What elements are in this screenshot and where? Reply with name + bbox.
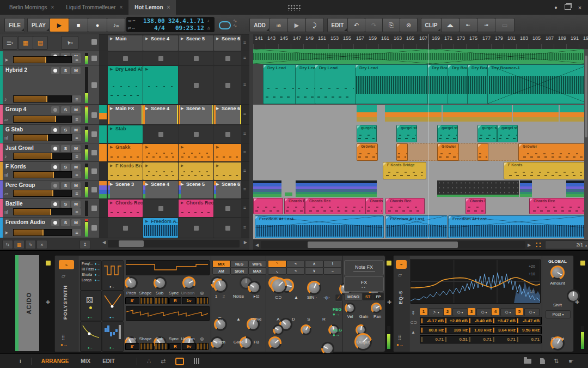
- clip-stop-button[interactable]: [91, 82, 97, 88]
- band-q-value[interactable]: 0.71: [468, 335, 494, 343]
- io-panel-icon[interactable]: ⇅: [554, 358, 559, 365]
- arranger-clip[interactable]: Chords Rec: [284, 198, 305, 214]
- track-row[interactable]: Freedom Audio S M ➤ ≡: [0, 217, 99, 238]
- curve-modulator-cell[interactable]: ●→: [80, 321, 102, 352]
- consolidate-icon[interactable]: ▭: [495, 18, 514, 32]
- row-menu-icon[interactable]: ≡: [241, 225, 248, 230]
- track-row[interactable]: Perc Group S M ▱ ≡: [0, 180, 99, 199]
- add-button[interactable]: ADD: [249, 18, 270, 32]
- osc1-sub-value[interactable]: [155, 297, 169, 304]
- arranger-clip[interactable]: Chords Rec: [365, 198, 383, 214]
- delete-icon[interactable]: ⊗: [400, 18, 418, 32]
- arranger-clip[interactable]: Freedom At Last: [385, 215, 448, 238]
- row-menu-icon[interactable]: ≡: [241, 149, 248, 155]
- mute-button[interactable]: M: [71, 219, 81, 226]
- noise-knob[interactable]: [248, 281, 261, 294]
- empty-clip-slot[interactable]: [214, 218, 241, 238]
- arranger-clip[interactable]: Dry Lead: [315, 64, 356, 104]
- close-icon[interactable]: ×: [167, 4, 170, 10]
- add-instrument-icon[interactable]: ıılı: [270, 18, 288, 32]
- arrange-view-icon[interactable]: ▤: [33, 36, 48, 50]
- vel-knob[interactable]: [345, 303, 356, 313]
- redo-icon[interactable]: ↷: [365, 18, 383, 32]
- song-time[interactable]: 09:23.12: [168, 25, 204, 31]
- scene-5[interactable]: ▶Scene 5: [179, 35, 213, 51]
- vertical-zoom-scrollbar[interactable]: [584, 49, 588, 240]
- osc1-width-value[interactable]: [197, 297, 209, 304]
- stop-all-clips-button[interactable]: [91, 39, 97, 45]
- eq-post-select[interactable]: Post▾: [546, 310, 571, 318]
- device-name[interactable]: EQ-5: [398, 291, 403, 304]
- gain-knob[interactable]: [371, 303, 382, 313]
- filter-lp-button[interactable]: ◝: [268, 260, 286, 268]
- solo-button[interactable]: S: [61, 106, 70, 113]
- clip-freedom[interactable]: ▶Freedom A...: [143, 218, 178, 238]
- eq-amount-knob[interactable]: [550, 266, 565, 280]
- clip-stop-button[interactable]: [91, 131, 97, 137]
- group-clip-summary[interactable]: [385, 105, 442, 123]
- clip-stop-button[interactable]: [91, 168, 97, 174]
- fx-slot[interactable]: FX ••: [344, 276, 384, 292]
- volume-slider[interactable]: [13, 134, 72, 141]
- arranger-clip[interactable]: Freedom At Last: [255, 215, 384, 238]
- mod-route-icon[interactable]: ●→: [95, 262, 100, 266]
- osc1-retrig-value[interactable]: R: [169, 297, 181, 304]
- clip-stop-button[interactable]: [91, 150, 97, 155]
- group-clip-summary[interactable]: [296, 180, 377, 197]
- row-menu-icon[interactable]: ≡: [241, 111, 248, 117]
- file-button[interactable]: FILE: [4, 18, 25, 32]
- group-clip-summary[interactable]: [443, 105, 512, 123]
- band-freq-value[interactable]: 289 Hz: [444, 326, 470, 334]
- activity-button[interactable]: [51, 201, 59, 208]
- band-gain-value[interactable]: +3.47 dB: [492, 317, 518, 325]
- punch-icons[interactable]: ♪Δ: [206, 17, 215, 32]
- lfo-modulator-cell[interactable]: ●→: [102, 260, 124, 291]
- project-tab[interactable]: Liquid Trommelfeuer ×: [60, 0, 128, 15]
- volume-slider[interactable]: [13, 190, 72, 197]
- arranger-clip[interactable]: gurgel stal: [477, 125, 497, 142]
- osc2-octave-value[interactable]: 8': [125, 343, 139, 350]
- arranger-clip[interactable]: [477, 143, 488, 161]
- follow-icon[interactable]: ↳: [25, 240, 36, 249]
- preset-folder-icon[interactable]: ▱: [62, 273, 65, 279]
- stop-button[interactable]: ■: [69, 18, 88, 32]
- track-row[interactable]: Just Growl S M ♪ ≡: [0, 143, 99, 162]
- track-row[interactable]: G Stab S M ııl ≡: [0, 124, 99, 143]
- activity-button[interactable]: [51, 182, 59, 189]
- scene-6[interactable]: ▶Scene 6: [214, 35, 241, 51]
- edit-button[interactable]: EDIT: [327, 18, 348, 32]
- io-routing-icon[interactable]: ∴: [147, 358, 151, 365]
- osc-mix-knob[interactable]: [213, 279, 228, 293]
- arranger-clip[interactable]: gurgel stal: [497, 125, 518, 142]
- filter-hp-button[interactable]: ◟: [268, 267, 286, 275]
- jump-icon[interactable]: ⤸: [305, 18, 324, 32]
- band-freq-value[interactable]: 9.56 kHz: [516, 326, 542, 334]
- clip-yellow[interactable]: ▶: [214, 162, 241, 180]
- reverse-icon[interactable]: ◢◣: [441, 18, 460, 32]
- solo-button[interactable]: S: [61, 201, 70, 208]
- empty-clip-slot[interactable]: [179, 66, 213, 104]
- arranger-clip[interactable]: [253, 198, 283, 214]
- mute-button[interactable]: M: [71, 145, 81, 152]
- solo-button[interactable]: S: [61, 164, 70, 171]
- empty-clip-slot[interactable]: [179, 125, 213, 143]
- mod-out-icon[interactable]: ●→: [88, 316, 93, 319]
- empty-clip-slot[interactable]: [214, 200, 241, 217]
- scale-down-icon[interactable]: ⇤: [459, 18, 477, 32]
- feg-decay-knob[interactable]: [301, 324, 311, 335]
- osc1-shape-knob[interactable]: [154, 276, 167, 289]
- max-mode-button[interactable]: MAX: [248, 267, 266, 275]
- arranger-clip[interactable]: Dry Bounce: [427, 64, 449, 104]
- time-signature[interactable]: 4/4: [141, 25, 164, 31]
- overdub-button[interactable]: ♪w: [107, 18, 125, 32]
- group-clip-summary[interactable]: [285, 192, 292, 196]
- track-name[interactable]: Freedom Audio: [5, 219, 45, 225]
- clip-teal[interactable]: ▶: [143, 66, 178, 104]
- activity-button[interactable]: [51, 106, 59, 113]
- am-mode-button[interactable]: AM: [212, 267, 230, 275]
- group-clip-summary[interactable]: [437, 180, 519, 197]
- group-scene-4[interactable]: ▶Scene 4: [143, 105, 178, 124]
- mute-button[interactable]: M: [71, 106, 81, 113]
- view-edit[interactable]: EDIT: [102, 358, 115, 364]
- filter-sin-select[interactable]: SIN ·: [303, 295, 321, 300]
